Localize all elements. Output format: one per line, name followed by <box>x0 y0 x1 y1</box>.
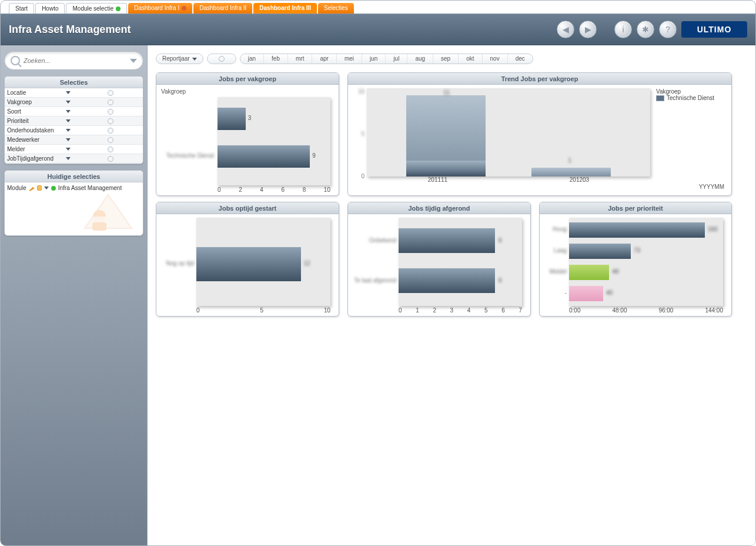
data-label: 73 <box>634 247 640 254</box>
tick-label: 4 <box>467 307 471 314</box>
data-label: 3 <box>248 115 252 121</box>
selecties-label: Vakgroep <box>7 99 66 105</box>
selecties-row[interactable]: Medewerker <box>5 135 143 145</box>
chevron-down-icon[interactable] <box>66 129 71 132</box>
pencil-icon[interactable] <box>29 185 35 191</box>
chevron-down-icon[interactable] <box>66 101 71 104</box>
tick-label: 7 <box>519 307 522 314</box>
chevron-down-icon[interactable] <box>44 187 49 189</box>
dashboard-content: Reportjaar janfebmrtaprmeijunjulaugsepok… <box>148 45 755 545</box>
nav-back-button[interactable]: ◀ <box>557 21 574 38</box>
info-button[interactable]: i <box>614 21 632 38</box>
month-option[interactable]: mrt <box>288 54 312 64</box>
chevron-down-icon[interactable] <box>66 91 71 94</box>
tab-module-selectie[interactable]: Module selectie <box>66 3 126 14</box>
data-label: 12 <box>303 260 310 267</box>
data-label: 160 <box>708 226 718 232</box>
data-label: 6 <box>499 237 502 244</box>
tick-label: 0 <box>361 173 364 179</box>
current-selection-row[interactable]: Module Infra Asset Management <box>7 185 141 191</box>
tick-label: 201111 <box>367 177 509 183</box>
category-label: - <box>544 289 567 296</box>
tick-label: 8 <box>303 187 306 193</box>
chevron-down-icon[interactable] <box>66 119 71 122</box>
tick-label: 0:00 <box>569 307 580 314</box>
filter-row: Reportjaar janfebmrtaprmeijunjulaugsepok… <box>156 54 750 64</box>
tick-label: 2 <box>239 187 242 193</box>
clear-icon[interactable] <box>108 128 113 134</box>
reportjaar-clear-button[interactable] <box>207 54 236 64</box>
data-label: 9 <box>312 152 316 159</box>
selecties-panel: Selecties LocatieVakgroepSoortPrioriteit… <box>4 76 143 164</box>
clear-icon[interactable] <box>108 118 113 124</box>
search-icon <box>11 56 20 65</box>
tick-label: 4 <box>260 187 263 193</box>
selecties-label: JobTijdigafgerond <box>7 155 66 162</box>
tab-dashboard-infra-1[interactable]: Dashboard Infra I <box>128 3 192 14</box>
tab-dashboard-infra-3[interactable]: Dashboard Infra III <box>253 3 317 14</box>
settings-button[interactable]: ✱ <box>637 21 654 38</box>
month-option[interactable]: mei <box>337 54 362 64</box>
tick-label: 144:00 <box>705 307 723 314</box>
chart-jobs-per-prioriteit: Jobs per prioriteit 160 73 48 <box>539 202 732 317</box>
category-label: Laag <box>544 247 567 254</box>
selecties-row[interactable]: Locatie <box>5 88 143 98</box>
data-label: 40 <box>606 289 613 296</box>
clear-icon[interactable] <box>108 109 113 115</box>
selecties-row[interactable]: Melder <box>5 145 143 154</box>
help-button[interactable]: ? <box>659 21 677 38</box>
nav-forward-button[interactable]: ▶ <box>579 21 597 38</box>
tick-label: 0 <box>218 187 221 193</box>
brand-logo: ULTIMO <box>681 21 747 38</box>
x-axis: 01234567 <box>399 306 522 314</box>
chevron-down-icon[interactable] <box>66 138 71 141</box>
lock-icon[interactable] <box>37 185 42 191</box>
chevron-down-icon[interactable] <box>66 110 71 113</box>
tab-howto[interactable]: Howto <box>35 3 65 14</box>
huidige-selecties-panel: Huidige selecties Module Infra Asset Man… <box>4 170 143 236</box>
axis-label: Vakgroep <box>161 88 334 95</box>
reportjaar-dropdown[interactable]: Reportjaar <box>156 54 203 64</box>
month-selector[interactable]: janfebmrtaprmeijunjulaugsepoktnovdec <box>240 54 533 64</box>
tick-label: 201203 <box>509 177 650 183</box>
month-option[interactable]: jun <box>362 54 386 64</box>
selecties-label: Medewerker <box>7 136 66 143</box>
month-option[interactable]: dec <box>508 54 533 64</box>
selecties-row[interactable]: Vakgroep <box>5 98 143 107</box>
clear-icon[interactable] <box>108 137 113 143</box>
month-option[interactable]: nov <box>483 54 508 64</box>
clear-icon[interactable] <box>108 147 113 152</box>
month-option[interactable]: feb <box>264 54 288 64</box>
selecties-row[interactable]: Onderhoudstaken <box>5 126 143 135</box>
data-label: 6 <box>499 277 502 284</box>
tab-dashboard-infra-2[interactable]: Dashboard Infra II <box>193 3 252 14</box>
tab-start[interactable]: Start <box>9 3 34 14</box>
month-option[interactable]: aug <box>407 54 433 64</box>
tick-label: 2 <box>433 307 436 314</box>
chevron-down-icon[interactable] <box>66 148 71 151</box>
clear-icon[interactable] <box>108 90 113 96</box>
clear-icon[interactable] <box>108 99 113 105</box>
search-input[interactable] <box>24 57 126 64</box>
selecties-row[interactable]: Soort <box>5 107 143 116</box>
clear-icon[interactable] <box>108 156 113 162</box>
tick-label: 3 <box>450 307 454 314</box>
month-option[interactable]: sep <box>433 54 459 64</box>
search-box[interactable] <box>4 51 143 70</box>
row-label: Module <box>7 185 26 191</box>
tab-selecties[interactable]: Selecties <box>318 3 354 14</box>
month-option[interactable]: apr <box>312 54 336 64</box>
month-option[interactable]: jul <box>386 54 407 64</box>
chevron-down-icon[interactable] <box>130 59 137 63</box>
legend-swatch-icon <box>656 95 664 101</box>
month-option[interactable]: okt <box>459 54 482 64</box>
selecties-row[interactable]: JobTijdigafgerond <box>5 154 143 164</box>
month-option[interactable]: jan <box>240 54 264 64</box>
chart-title: Jobs per prioriteit <box>540 202 731 214</box>
chart-title: Trend Jobs per vakgroep <box>348 73 731 85</box>
row-value: Infra Asset Management <box>58 185 122 191</box>
chevron-down-icon[interactable] <box>66 157 71 160</box>
status-dot-icon <box>182 6 186 11</box>
selecties-row[interactable]: Prioriteit <box>5 116 143 126</box>
chart-jobs-tijdig-afgerond: Jobs tijdig afgerond 6 6 Onbekend Te laa… <box>347 202 531 317</box>
